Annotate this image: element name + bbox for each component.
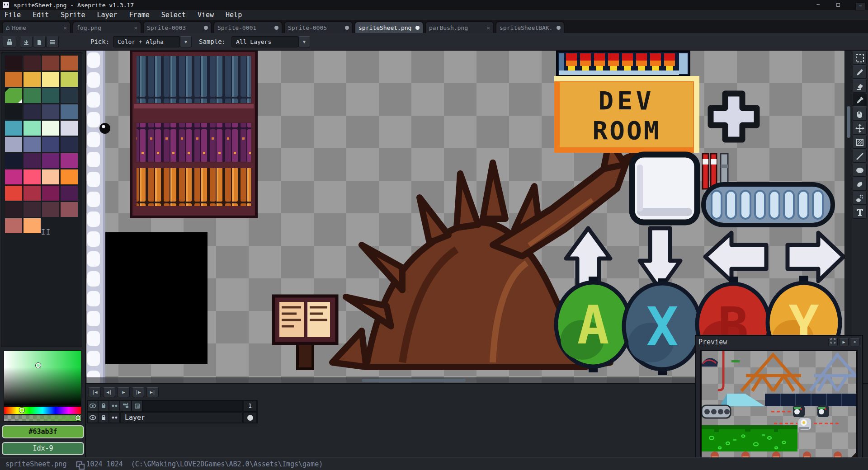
satval-marker[interactable] [36, 363, 41, 368]
palette-swatch-4[interactable] [5, 72, 22, 87]
unsaved-dot-icon[interactable] [204, 26, 208, 30]
alpha-slider[interactable] [4, 415, 81, 422]
palette-swatch-28[interactable] [5, 169, 22, 184]
palette-index-button[interactable]: Idx-9 [2, 442, 84, 455]
tool-slice-button[interactable] [853, 136, 867, 149]
tab-fog-png[interactable]: fog.png× [72, 21, 142, 33]
tool-move-button[interactable] [853, 122, 867, 135]
palette-swatch-2[interactable] [42, 56, 59, 70]
preview-canvas[interactable] [700, 350, 858, 461]
palette-swatch-17[interactable] [24, 121, 41, 136]
tab-sprite-0001[interactable]: Sprite-0001 [213, 21, 283, 33]
sample-select[interactable]: All Layers [231, 36, 298, 47]
layer-lock-toggle[interactable] [98, 412, 109, 423]
palette-swatch-31[interactable] [61, 169, 78, 184]
tab-sprite-0003[interactable]: Sprite-0003 [143, 21, 212, 33]
palette-swatch-23[interactable] [61, 137, 78, 152]
palette-swatch-9[interactable] [24, 88, 41, 103]
palette-presets-button[interactable] [33, 37, 46, 47]
edit-palette-lock-button[interactable] [3, 37, 16, 47]
tool-contour-button[interactable] [853, 178, 867, 191]
tab-sprite-0005[interactable]: Sprite-0005 [284, 21, 353, 33]
palette-swatch-32[interactable] [5, 186, 22, 201]
palette-swatch-0[interactable] [5, 56, 22, 70]
tab-close-icon[interactable]: × [63, 24, 67, 31]
palette-swatch-12[interactable] [5, 104, 22, 119]
palette-swatch-30[interactable] [42, 169, 59, 184]
sprite-canvas[interactable]: DEV ROOM [86, 51, 844, 383]
horizontal-scroll-thumb[interactable] [362, 379, 466, 382]
cel-dot-cell[interactable] [243, 412, 257, 423]
preview-close-button[interactable]: × [850, 338, 859, 346]
palette-sort-button[interactable] [20, 37, 33, 47]
tool-line-button[interactable] [853, 150, 867, 163]
tool-hand-button[interactable] [853, 108, 867, 121]
hue-marker[interactable] [19, 408, 24, 413]
hex-color-button[interactable]: #63ab3f [2, 425, 84, 438]
minimize-button[interactable]: − [808, 0, 828, 10]
first-frame-button[interactable]: |◀ [89, 387, 101, 397]
tab-parbush-png[interactable]: parBush.png× [425, 21, 494, 33]
saturation-value-picker[interactable] [4, 350, 81, 406]
all-layers-visibility-toggle[interactable] [87, 400, 98, 411]
palette-swatch-15[interactable] [61, 104, 78, 119]
vertical-scroll-thumb[interactable] [847, 106, 850, 138]
palette-swatch-37[interactable] [24, 202, 41, 217]
palette-swatch-10[interactable] [42, 88, 59, 103]
tab-home[interactable]: ⌂Home× [2, 21, 71, 33]
palette-swatch-5[interactable] [24, 72, 41, 87]
menu-item-layer[interactable]: Layer [97, 11, 117, 19]
all-layers-continuous-toggle[interactable] [109, 400, 120, 411]
palette-swatch-40[interactable] [5, 218, 22, 233]
pick-select[interactable]: Color + Alpha [113, 36, 180, 47]
tab-spritesheet-png[interactable]: spriteSheet.png [354, 21, 424, 33]
palette-swatch-18[interactable] [42, 121, 59, 136]
layer-name-cell[interactable]: Layer [120, 412, 242, 423]
tool-eraser-button[interactable] [853, 80, 867, 93]
palette-swatch-34[interactable] [42, 186, 59, 201]
palette-swatch-19[interactable] [61, 121, 78, 136]
palette-swatch-36[interactable] [5, 202, 22, 217]
pick-select-arrow[interactable]: ▼ [180, 36, 192, 47]
palette-swatch-22[interactable] [42, 137, 59, 152]
menu-item-select[interactable]: Select [161, 11, 186, 19]
unsaved-dot-icon[interactable] [557, 26, 561, 30]
palette-swatch-41[interactable] [24, 218, 41, 233]
palette-swatch-39[interactable] [61, 202, 78, 217]
menu-item-frame[interactable]: Frame [129, 11, 150, 19]
tool-pencil-button[interactable] [853, 66, 867, 79]
play-button[interactable]: ▶ [118, 387, 130, 397]
palette-swatch-25[interactable] [24, 153, 41, 168]
prev-frame-button[interactable]: ◀| [103, 387, 115, 397]
menu-item-file[interactable]: File [5, 11, 21, 19]
palette-swatch-26[interactable] [42, 153, 59, 168]
all-layers-lock-toggle[interactable] [98, 400, 109, 411]
tab-close-icon[interactable]: × [486, 24, 490, 31]
onion-skin-button[interactable] [132, 400, 142, 411]
palette-swatch-24[interactable] [5, 153, 22, 168]
layer-visibility-toggle[interactable] [87, 412, 98, 423]
palette-swatch-14[interactable] [42, 104, 59, 119]
palette-swatch-3[interactable] [61, 56, 78, 70]
tool-rectangular-marquee-button[interactable] [853, 52, 867, 65]
unsaved-dot-icon[interactable] [274, 26, 278, 30]
hue-slider[interactable] [4, 406, 81, 414]
palette-swatch-27[interactable] [61, 153, 78, 168]
menu-item-edit[interactable]: Edit [33, 11, 49, 19]
menu-item-help[interactable]: Help [226, 11, 242, 19]
unsaved-dot-icon[interactable] [345, 26, 349, 30]
palette-swatch-7[interactable] [61, 72, 78, 87]
sample-select-arrow[interactable]: ▼ [298, 36, 310, 47]
tool-eyedropper-button[interactable] [853, 94, 867, 107]
palette-swatch-16[interactable] [5, 121, 22, 136]
palette-swatch-20[interactable] [5, 137, 22, 152]
palette-swatch-29[interactable] [24, 169, 41, 184]
next-frame-button[interactable]: |▶ [132, 387, 144, 397]
palette-swatch-35[interactable] [61, 186, 78, 201]
palette-swatch-8[interactable] [5, 88, 22, 103]
tab-spritesheetbak-[interactable]: spriteSheetBAK. [495, 21, 565, 33]
menu-item-view[interactable]: View [198, 11, 214, 19]
menu-item-sprite[interactable]: Sprite [61, 11, 85, 19]
last-frame-button[interactable]: ▶| [146, 387, 159, 397]
palette-swatch-21[interactable] [24, 137, 41, 152]
